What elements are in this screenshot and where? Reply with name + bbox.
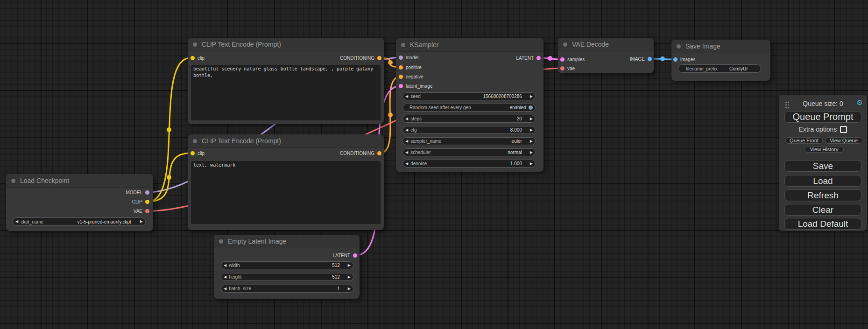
arrow-left-icon[interactable]: ◀ [221, 275, 229, 279]
node-empty-latent-image[interactable]: Empty Latent Image LATENT ◀ width 512 ▶ … [214, 235, 360, 299]
link-dot[interactable] [167, 127, 171, 132]
widget-sampler-name[interactable]: ◀ sampler_name euler ▶ [402, 137, 536, 145]
latent-port-icon[interactable] [353, 253, 357, 258]
extra-options-checkbox[interactable] [840, 126, 847, 133]
vae-port-icon[interactable] [145, 209, 149, 213]
arrow-right-icon[interactable]: ▶ [346, 287, 353, 291]
arrow-left-icon[interactable]: ◀ [221, 287, 229, 291]
vae-port-icon[interactable] [560, 66, 565, 70]
input-slot-negative[interactable]: negative [399, 74, 423, 79]
widget-height[interactable]: ◀ height 512 ▶ [221, 273, 353, 281]
widget-denoise[interactable]: ◀ denoise 1.000 ▶ [402, 160, 536, 168]
arrow-left-icon[interactable]: ◀ [403, 140, 410, 143]
arrow-left-icon[interactable]: ◀ [403, 162, 410, 166]
collapse-dot-icon[interactable] [193, 139, 197, 143]
latent-port-icon[interactable] [560, 57, 565, 62]
node-title-bar[interactable]: KSampler [396, 38, 543, 52]
latent-port-icon[interactable] [399, 84, 403, 88]
widget-width[interactable]: ◀ width 512 ▶ [221, 261, 353, 269]
arrow-left-icon[interactable]: ◀ [403, 151, 410, 154]
toggle-dot-icon[interactable] [529, 105, 533, 110]
widget-steps[interactable]: ◀ steps 20 ▶ [402, 115, 536, 123]
output-slot-latent[interactable]: LATENT [516, 56, 541, 60]
output-slot-vae[interactable]: VAE [134, 209, 149, 213]
latent-port-icon[interactable] [536, 56, 541, 60]
arrow-right-icon[interactable]: ▶ [346, 264, 353, 267]
image-port-icon[interactable] [673, 57, 677, 62]
node-title-bar[interactable]: CLIP Text Encode (Prompt) [188, 38, 384, 51]
arrow-right-icon[interactable]: ▶ [346, 275, 353, 279]
collapse-dot-icon[interactable] [193, 42, 197, 47]
save-button[interactable]: Save [784, 160, 861, 172]
collapse-dot-icon[interactable] [563, 42, 567, 47]
clip-port-icon[interactable] [191, 56, 195, 60]
widget-cfg[interactable]: ◀ cfg 8.000 ▶ [402, 126, 536, 134]
arrow-left-icon[interactable]: ◀ [221, 264, 229, 267]
conditioning-port-icon[interactable] [399, 75, 403, 79]
collapse-dot-icon[interactable] [401, 43, 405, 47]
link-dot[interactable] [167, 175, 171, 180]
collapse-dot-icon[interactable] [11, 179, 15, 183]
arrow-right-icon[interactable]: ▶ [138, 220, 145, 224]
output-slot-model[interactable]: MODEL [126, 190, 149, 195]
input-slot-clip[interactable]: clip [191, 56, 205, 60]
arrow-right-icon[interactable]: ▶ [528, 140, 535, 143]
widget-random-seed-toggle[interactable]: Random seed after every gen enabled [402, 104, 536, 112]
link-dot[interactable] [548, 56, 552, 61]
load-default-button[interactable]: Load Default [784, 218, 861, 230]
image-port-icon[interactable] [648, 57, 652, 61]
arrow-right-icon[interactable]: ▶ [528, 151, 535, 154]
node-title-bar[interactable]: VAE Decode [558, 38, 654, 51]
arrow-left-icon[interactable]: ◀ [403, 117, 410, 121]
input-slot-model[interactable]: model [399, 55, 418, 60]
input-slot-vae[interactable]: vae [560, 66, 575, 70]
model-port-icon[interactable] [145, 190, 149, 195]
widget-batch-size[interactable]: ◀ batch_size 1 ▶ [221, 285, 353, 293]
link-dot[interactable] [660, 56, 665, 61]
output-slot-image[interactable]: IMAGE [630, 56, 652, 61]
queue-front-button[interactable]: Queue Front [785, 137, 823, 144]
arrow-right-icon[interactable]: ▶ [528, 162, 535, 166]
node-title-bar[interactable]: Empty Latent Image [214, 235, 360, 248]
node-ksampler[interactable]: KSampler model positive negative latent_… [396, 38, 543, 172]
node-load-checkpoint[interactable]: Load Checkpoint MODEL CLIP VAE ◀ ckpt_na… [6, 174, 153, 231]
node-title-bar[interactable]: Load Checkpoint [6, 174, 153, 188]
gear-icon[interactable]: ⚙ [857, 99, 863, 106]
node-title-bar[interactable]: CLIP Text Encode (Prompt) [188, 134, 384, 148]
view-history-button[interactable]: View History [804, 146, 844, 153]
widget-filename-prefix[interactable]: filename_prefix ComfyUI [678, 64, 761, 73]
prompt-textarea[interactable]: beautiful scenery nature glass bottle la… [191, 65, 381, 120]
clear-button[interactable]: Clear [784, 204, 861, 216]
refresh-button[interactable]: Refresh [784, 189, 861, 201]
input-slot-images[interactable]: images [673, 57, 695, 62]
output-slot-conditioning[interactable]: CONDITIONING [340, 151, 381, 155]
link-dot[interactable] [388, 60, 393, 65]
view-queue-button[interactable]: View Queue [825, 137, 862, 144]
output-slot-clip[interactable]: CLIP [132, 199, 149, 204]
node-vae-decode[interactable]: VAE Decode samples vae IMAGE [558, 38, 654, 73]
load-button[interactable]: Load [784, 175, 861, 187]
clip-port-icon[interactable] [191, 151, 195, 155]
node-clip-text-encode-positive[interactable]: CLIP Text Encode (Prompt) clip CONDITION… [188, 38, 384, 124]
arrow-left-icon[interactable]: ◀ [403, 95, 410, 98]
node-graph-canvas[interactable]: Load Checkpoint MODEL CLIP VAE ◀ ckpt_na… [0, 0, 868, 329]
node-save-image[interactable]: Save Image images filename_prefix ComfyU… [671, 40, 770, 81]
widget-ckpt-name[interactable]: ◀ ckpt_name v1-5-pruned-emaonly.ckpt ▶ [13, 217, 146, 226]
output-slot-conditioning[interactable]: CONDITIONING [340, 56, 381, 60]
conditioning-port-icon[interactable] [377, 56, 381, 60]
arrow-right-icon[interactable]: ▶ [528, 117, 535, 121]
model-port-icon[interactable] [399, 56, 403, 60]
collapse-dot-icon[interactable] [677, 44, 681, 49]
node-title-bar[interactable]: Save Image [671, 40, 770, 53]
input-slot-positive[interactable]: positive [399, 65, 422, 70]
conditioning-port-icon[interactable] [377, 151, 381, 155]
collapse-dot-icon[interactable] [219, 239, 223, 244]
node-clip-text-encode-negative[interactable]: CLIP Text Encode (Prompt) clip CONDITION… [188, 134, 384, 230]
conditioning-port-icon[interactable] [399, 65, 403, 70]
widget-seed[interactable]: ◀ seed 156680208700286 ▶ [402, 92, 536, 100]
link-dot[interactable] [388, 112, 393, 117]
queue-prompt-button[interactable]: Queue Prompt [784, 111, 861, 123]
arrow-right-icon[interactable]: ▶ [528, 128, 535, 132]
input-slot-latent-image[interactable]: latent_image [399, 84, 432, 88]
arrow-left-icon[interactable]: ◀ [13, 220, 21, 224]
